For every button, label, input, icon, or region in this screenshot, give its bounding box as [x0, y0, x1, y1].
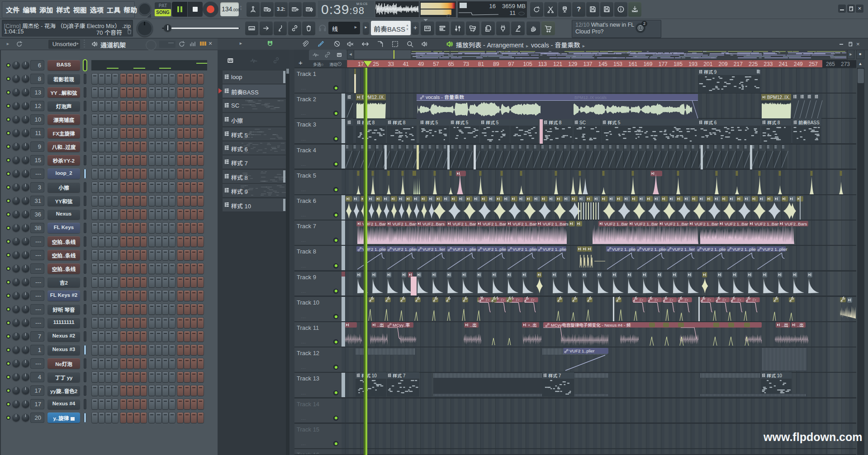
svg-text:Fr..: Fr..: [669, 298, 675, 302]
svg-text:BPM12..IX vocals: BPM12..IX vocals: [574, 95, 607, 100]
svg-text:VUF2 1..Bars: VUF2 1..Bars: [543, 221, 569, 226]
svg-text:Fr..: Fr..: [531, 298, 536, 302]
svg-text:VUF2 1..plie: VUF2 1..plie: [452, 247, 476, 252]
svg-text:VUF2 1..plier: VUF2 1..plier: [762, 247, 787, 252]
svg-text:VUF2 1..plier: VUF2 1..plier: [512, 247, 537, 252]
svg-text:Fr..: Fr..: [486, 298, 491, 302]
svg-text:样式 8: 样式 8: [767, 120, 780, 125]
svg-text:前奏BASS: 前奏BASS: [798, 120, 820, 125]
svg-text:VUF2 1..plie: VUF2 1..plie: [732, 247, 756, 252]
svg-text:VUF2 1..plie: VUF2 1..plie: [543, 247, 566, 252]
svg-text:Fr..: Fr..: [707, 298, 713, 302]
svg-text:VUF2 1..plier: VUF2 1..plier: [642, 247, 667, 252]
svg-text:VUF2 1..Bars: VUF2 1..Bars: [694, 221, 720, 226]
svg-text:SC: SC: [579, 120, 586, 125]
svg-text:..出: ..出: [470, 323, 477, 328]
svg-text:VUF2 1..lier: VUF2 1..lier: [422, 247, 445, 252]
svg-text:..出: ..出: [797, 323, 804, 328]
svg-text:..出: ..出: [377, 323, 384, 328]
svg-text:VUF2 1..Bars: VUF2 1..Bars: [664, 221, 690, 226]
svg-text:VUF2 1..Bar: VUF2 1..Bar: [483, 221, 506, 226]
svg-text:VUF2 1..plie: VUF2 1..plie: [702, 247, 726, 252]
svg-text:VUF2 1..lier: VUF2 1..lier: [672, 247, 695, 252]
svg-text:VUF2 1..Bars: VUF2 1..Bars: [392, 221, 418, 226]
svg-text:样式 6: 样式 6: [704, 120, 717, 125]
svg-text:样式 7: 样式 7: [548, 373, 561, 378]
svg-text:VUF2..Bars: VUF2..Bars: [785, 221, 807, 226]
svg-text:Fr..: Fr..: [501, 298, 506, 302]
svg-text:BPM12..IX.: BPM12..IX.: [767, 95, 790, 100]
svg-text:VUF2 1..Bar: VUF2 1..Bar: [604, 221, 628, 226]
svg-text:VUF2 1..Bar: VUF2 1..Bar: [634, 221, 658, 226]
svg-text:VUF2 1..Bar: VUF2 1..Bar: [452, 221, 476, 226]
svg-text:+..出: +..出: [528, 323, 536, 328]
svg-text:Fr..: Fr..: [640, 298, 645, 302]
svg-text:Fr..: Fr..: [737, 298, 743, 302]
svg-text:VUF2 1..Bars: VUF2 1..Bars: [754, 221, 780, 226]
svg-text:样式 8: 样式 8: [549, 120, 562, 125]
svg-text:VUF2 1..Bar: VUF2 1..Bar: [725, 221, 748, 226]
svg-text:VUF2..Bars: VUF2..Bars: [422, 221, 445, 226]
svg-text:..出: ..出: [782, 323, 788, 328]
svg-text:VUF2 1..plie: VUF2 1..plie: [612, 247, 636, 252]
svg-text:Fr..: Fr..: [685, 298, 690, 302]
svg-text:VUF2 1..plier: VUF2 1..plier: [569, 348, 594, 353]
svg-text:VUF2 1..plier: VUF2 1..plier: [392, 247, 417, 252]
svg-text:Fr..: Fr..: [722, 298, 728, 302]
svg-text:样式 7: 样式 7: [393, 373, 406, 378]
svg-text:Fr..: Fr..: [655, 298, 660, 302]
svg-text:样式 8: 样式 8: [393, 120, 406, 125]
svg-text:Fr..: Fr..: [516, 298, 521, 302]
svg-text:MCyy电音旋律电子频变化 - Nexus #4 - 频: MCyy电音旋律电子频变化 - Nexus #4 - 频: [551, 323, 631, 328]
svg-text:样式 5: 样式 5: [455, 120, 469, 125]
svg-text:VUF2 1..plie: VUF2 1..plie: [483, 247, 506, 252]
svg-text:vocals - 音量乘数: vocals - 音量乘数: [426, 94, 464, 100]
svg-text:样式 10: 样式 10: [767, 373, 782, 378]
svg-text:Fr..: Fr..: [753, 298, 758, 302]
svg-text:MCyy..率: MCyy..率: [393, 323, 410, 328]
svg-text:样式 9: 样式 9: [704, 70, 717, 75]
svg-text:样式 5: 样式 5: [607, 120, 621, 125]
svg-text:样式 5: 样式 5: [425, 120, 438, 125]
svg-text:样式 5: 样式 5: [486, 120, 499, 125]
